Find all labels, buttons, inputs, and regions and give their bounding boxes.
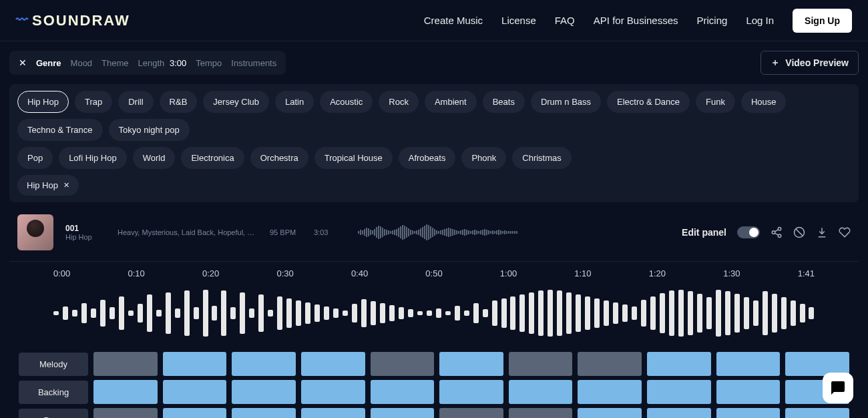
genre-chip[interactable]: Electronica [181, 147, 244, 169]
track-row: 001 Hip Hop Heavy, Mysterious, Laid Back… [9, 208, 859, 257]
grid-cell[interactable] [716, 352, 781, 376]
grid-cell[interactable] [647, 352, 711, 376]
share-icon[interactable] [771, 226, 783, 238]
time-label: 0:20 [202, 268, 219, 278]
grid-cell[interactable] [509, 352, 573, 376]
main-waveform[interactable] [53, 286, 815, 340]
grid-cell[interactable] [716, 380, 781, 404]
genre-chip[interactable]: Funk [696, 91, 735, 113]
grid-cell[interactable] [371, 408, 435, 418]
time-label: 0:00 [53, 268, 70, 278]
grid-cell[interactable] [163, 380, 227, 404]
grid-cell[interactable] [439, 408, 503, 418]
genre-chip[interactable]: Tokyo night pop [109, 119, 190, 141]
genre-chip[interactable]: Lofi Hip Hop [59, 147, 127, 169]
grid-cell[interactable] [232, 408, 296, 418]
genre-chip[interactable]: Christmas [512, 147, 572, 169]
track-moods: Heavy, Mysterious, Laid Back, Hopeful, T… [118, 228, 258, 236]
grid-cell[interactable] [509, 380, 573, 404]
nav-faq[interactable]: FAQ [555, 15, 575, 26]
genre-chip[interactable]: Phonk [461, 147, 506, 169]
grid-cell[interactable] [163, 408, 227, 418]
chat-button[interactable] [823, 373, 853, 403]
close-filters-icon[interactable]: ✕ [19, 57, 27, 68]
download-icon[interactable] [816, 226, 828, 238]
filter-tempo[interactable]: Tempo [196, 58, 222, 68]
grid-cell[interactable] [93, 352, 158, 376]
grid-cell[interactable] [647, 408, 711, 418]
grid-cell[interactable] [578, 380, 642, 404]
grid-cell[interactable] [93, 380, 158, 404]
genre-chip[interactable]: Jersey Club [203, 91, 269, 113]
genre-chip[interactable]: Drill [118, 91, 153, 113]
filter-mood[interactable]: Mood [71, 58, 93, 68]
filter-genre[interactable]: Genre [36, 58, 61, 68]
genre-chip[interactable]: Ambient [425, 91, 477, 113]
genre-chip[interactable]: Rock [379, 91, 419, 113]
genre-chip[interactable]: Orchestra [250, 147, 308, 169]
genre-chip[interactable]: Afrobeats [399, 147, 456, 169]
nav-pricing[interactable]: Pricing [697, 15, 728, 26]
grid-cell[interactable] [647, 380, 711, 404]
filter-theme[interactable]: Theme [101, 58, 128, 68]
track-artwork[interactable] [17, 214, 53, 250]
genre-chip[interactable]: Drum n Bass [531, 91, 601, 113]
plus-icon: ＋ [771, 57, 780, 69]
grid-cell[interactable] [301, 408, 365, 418]
genre-chip[interactable]: Acoustic [320, 91, 373, 113]
nav-create-music[interactable]: Create Music [424, 15, 483, 26]
time-label: 1:41 [798, 268, 815, 278]
grid-row-bass: Bass [9, 408, 859, 418]
row-label-backing: Backing [19, 381, 88, 404]
block-icon[interactable] [793, 226, 805, 238]
grid-cell[interactable] [716, 408, 781, 418]
genre-chip[interactable]: Trap [75, 91, 112, 113]
grid-cell[interactable] [578, 408, 642, 418]
grid-cell[interactable] [301, 352, 365, 376]
genre-chip[interactable]: Tropical House [314, 147, 393, 169]
genre-chip[interactable]: R&B [160, 91, 198, 113]
grid-cell[interactable] [439, 380, 503, 404]
genre-chip[interactable]: Latin [275, 91, 314, 113]
grid-cell[interactable] [232, 380, 296, 404]
chat-icon [830, 380, 846, 396]
svg-point-0 [778, 228, 781, 231]
video-preview-button[interactable]: ＋ Video Preview [761, 51, 859, 75]
remove-tag-icon[interactable]: ✕ [63, 181, 69, 190]
timeline-labels: 0:000:100:200:300:400:501:001:101:201:30… [9, 268, 859, 284]
genre-chip[interactable]: Hip Hop [17, 91, 69, 113]
genre-chips-row-2: PopLofi Hip HopWorldElectronicaOrchestra… [17, 147, 851, 169]
grid-cell[interactable] [163, 352, 227, 376]
genre-chip[interactable]: Beats [483, 91, 525, 113]
grid-cell[interactable] [371, 352, 435, 376]
time-label: 0:50 [425, 268, 442, 278]
grid-cell[interactable] [785, 408, 849, 418]
genre-chip[interactable]: Pop [17, 147, 53, 169]
filter-instruments[interactable]: Instruments [231, 58, 276, 68]
filter-length[interactable]: Length 3:00 [138, 58, 187, 68]
grid-cell[interactable] [93, 408, 158, 418]
nav-api[interactable]: API for Businesses [594, 15, 678, 26]
brand-logo[interactable]: 〰 SOUNDRAW [16, 12, 130, 29]
grid-cell[interactable] [301, 380, 365, 404]
nav-license[interactable]: License [501, 15, 536, 26]
grid-cell[interactable] [232, 352, 296, 376]
track-mini-waveform[interactable] [358, 223, 545, 242]
grid-cell[interactable] [439, 352, 503, 376]
signup-button[interactable]: Sign Up [793, 9, 852, 33]
grid-row-backing: Backing [9, 380, 859, 404]
svg-line-3 [775, 230, 778, 232]
genre-chip[interactable]: House [741, 91, 787, 113]
genre-chip[interactable]: World [133, 147, 176, 169]
nav-login[interactable]: Log In [746, 15, 774, 26]
genre-chip[interactable]: Electro & Dance [607, 91, 690, 113]
heart-icon[interactable] [839, 226, 851, 238]
grid-cell[interactable] [578, 352, 642, 376]
genre-chips-row-1: Hip HopTrapDrillR&BJersey ClubLatinAcous… [17, 91, 851, 141]
edit-panel-toggle[interactable] [737, 226, 760, 238]
svg-line-4 [775, 233, 778, 235]
grid-cell[interactable] [371, 380, 435, 404]
grid-cell[interactable] [509, 408, 573, 418]
genre-chip[interactable]: Techno & Trance [17, 119, 103, 141]
time-label: 0:10 [128, 268, 144, 278]
